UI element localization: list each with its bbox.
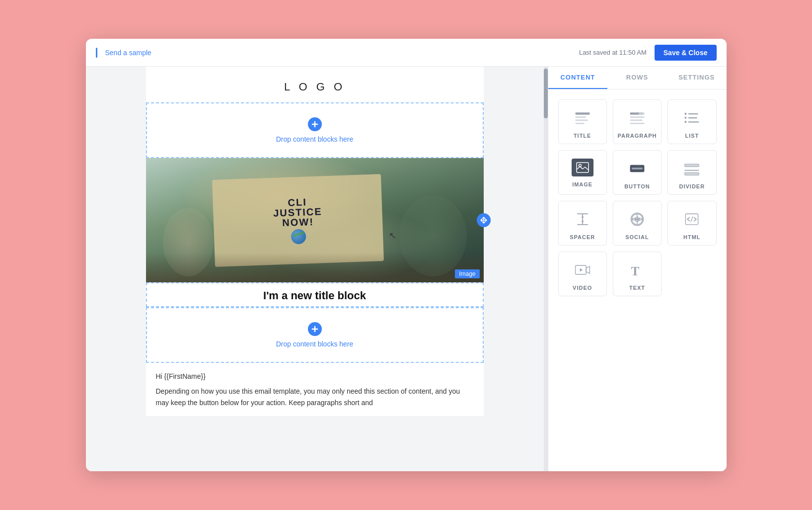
divider-block-label: DIVIDER xyxy=(679,183,705,189)
drop-zone-2-icon xyxy=(308,322,322,336)
svg-rect-16 xyxy=(688,113,698,114)
send-sample-link[interactable]: Send a sample xyxy=(105,49,151,57)
svg-rect-6 xyxy=(575,120,588,121)
tab-content[interactable]: CONTENT xyxy=(548,67,608,89)
title-block-text: I'm a new title block xyxy=(263,289,366,302)
app-window: Send a sample Last saved at 11:50 AM Sav… xyxy=(86,39,727,471)
image-label-badge: Image xyxy=(455,269,479,278)
block-html[interactable]: HTML xyxy=(667,201,716,246)
image-placeholder: CLIJUSTICENOW! xyxy=(146,158,484,282)
html-block-label: HTML xyxy=(683,234,701,240)
list-icon-svg xyxy=(683,109,701,127)
drop-zone-2-text: Drop content blocks here xyxy=(276,340,354,348)
svg-rect-5 xyxy=(575,116,586,118)
tab-settings[interactable]: SETTINGS xyxy=(667,67,727,89)
block-divider[interactable]: DIVIDER xyxy=(667,150,716,195)
block-text[interactable]: T TEXT xyxy=(613,252,662,296)
text-block-label: TEXT xyxy=(629,285,645,291)
svg-rect-18 xyxy=(688,117,697,118)
image-icon-svg xyxy=(576,162,589,173)
sign-text: CLIJUSTICENOW! xyxy=(273,196,323,227)
text-icon-svg: T xyxy=(628,261,646,279)
canvas-scrollbar[interactable] xyxy=(544,67,548,471)
bg-person-1 xyxy=(399,195,467,276)
button-icon-svg xyxy=(628,160,646,177)
last-saved-text: Last saved at 11:50 AM xyxy=(579,49,647,56)
svg-text:T: T xyxy=(631,264,639,278)
drag-handle[interactable] xyxy=(477,213,491,227)
social-icon-svg xyxy=(628,210,646,228)
globe-icon xyxy=(291,228,306,244)
title-icon-svg xyxy=(574,109,591,127)
plus-icon-2 xyxy=(311,326,318,333)
button-block-label: BUTTON xyxy=(624,183,650,189)
block-list[interactable]: LIST xyxy=(667,99,716,144)
title-block-icon xyxy=(573,108,592,128)
svg-rect-26 xyxy=(685,164,699,167)
paragraph-icon-svg xyxy=(628,109,646,127)
block-paragraph[interactable]: PARAGRAPH xyxy=(613,99,662,144)
block-title[interactable]: TITLE xyxy=(558,99,607,144)
svg-rect-15 xyxy=(685,113,687,115)
top-bar-right: Last saved at 11:50 AM Save & Close xyxy=(579,45,717,61)
social-block-icon xyxy=(627,209,647,229)
logo-text: L O G O xyxy=(284,81,345,93)
block-button[interactable]: BUTTON xyxy=(613,150,662,195)
drop-zone-1[interactable]: Drop content blocks here xyxy=(146,102,484,158)
svg-line-40 xyxy=(691,217,693,222)
bg-person-2 xyxy=(163,208,214,276)
content-blocks-grid: TITLE xyxy=(558,99,717,296)
video-icon-svg xyxy=(574,261,591,279)
svg-rect-12 xyxy=(630,123,645,124)
block-image[interactable]: IMAGE xyxy=(558,150,607,195)
block-spacer[interactable]: SPACER xyxy=(558,201,607,246)
svg-rect-7 xyxy=(575,123,584,124)
email-canvas: L O G O Drop content blocks here xyxy=(146,67,484,416)
svg-rect-19 xyxy=(685,121,687,123)
text-block: Hi {{FirstName}} Depending on how you us… xyxy=(146,363,484,416)
button-block-icon xyxy=(627,159,647,178)
top-bar-left: Send a sample xyxy=(96,48,151,58)
svg-rect-24 xyxy=(632,168,643,170)
list-block-label: LIST xyxy=(685,133,699,139)
sidebar-tabs: CONTENT ROWS SETTINGS xyxy=(548,67,727,89)
canvas-area[interactable]: L O G O Drop content blocks here xyxy=(86,67,544,471)
text-greeting: Hi {{FirstName}} xyxy=(156,371,474,382)
svg-rect-10 xyxy=(630,116,645,118)
save-close-button[interactable]: Save & Close xyxy=(655,45,717,61)
move-icon xyxy=(480,217,487,224)
top-bar: Send a sample Last saved at 11:50 AM Sav… xyxy=(86,39,727,67)
right-sidebar: CONTENT ROWS SETTINGS xyxy=(548,67,727,471)
top-bar-divider xyxy=(96,48,97,58)
svg-rect-17 xyxy=(685,117,687,119)
svg-rect-20 xyxy=(688,121,699,122)
sidebar-content: TITLE xyxy=(548,89,727,471)
image-block[interactable]: CLIJUSTICENOW! xyxy=(146,158,484,282)
canvas-wrapper: L O G O Drop content blocks here xyxy=(86,67,548,471)
divider-icon-svg xyxy=(683,160,701,177)
block-social[interactable]: SOCIAL xyxy=(613,201,662,246)
drop-zone-2[interactable]: Drop content blocks here xyxy=(146,307,484,363)
title-block-label: TITLE xyxy=(574,133,591,139)
globe-landmass xyxy=(293,231,303,236)
spacer-block-label: SPACER xyxy=(570,234,595,240)
image-block-icon xyxy=(572,159,593,176)
canvas-scrollbar-thumb[interactable] xyxy=(544,69,548,118)
html-block-icon xyxy=(682,209,702,229)
drop-zone-1-icon xyxy=(308,117,322,131)
logo-section: L O G O xyxy=(146,67,484,102)
block-video[interactable]: VIDEO xyxy=(558,252,607,296)
plus-icon xyxy=(311,121,318,128)
social-block-label: SOCIAL xyxy=(625,234,649,240)
main-content: L O G O Drop content blocks here xyxy=(86,67,727,471)
title-block[interactable]: I'm a new title block xyxy=(146,282,484,307)
divider-block-icon xyxy=(682,159,702,178)
svg-rect-11 xyxy=(630,120,643,121)
drop-zone-1-text: Drop content blocks here xyxy=(276,135,354,143)
paragraph-block-icon xyxy=(627,108,647,128)
tab-rows[interactable]: ROWS xyxy=(607,67,667,89)
video-block-icon xyxy=(573,260,592,280)
svg-rect-4 xyxy=(575,112,590,115)
spacer-block-icon xyxy=(573,209,592,229)
image-block-label: IMAGE xyxy=(572,181,592,187)
